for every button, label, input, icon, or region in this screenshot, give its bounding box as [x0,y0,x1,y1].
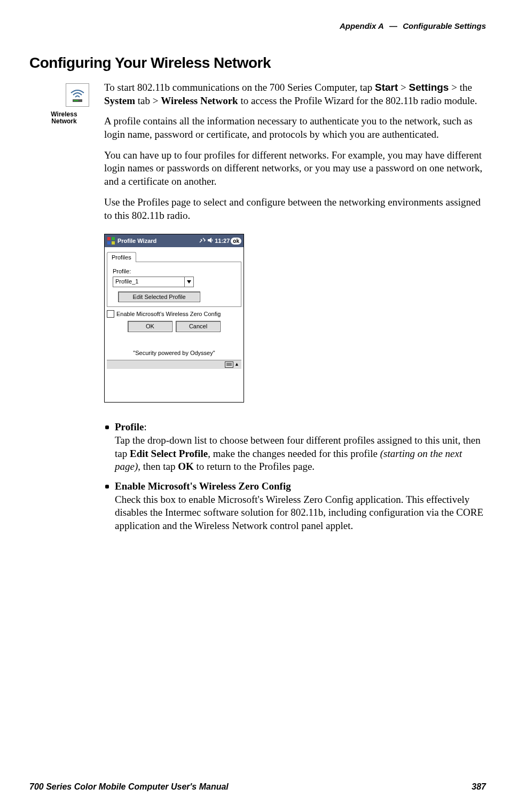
bullet-profile-colon: : [144,421,147,432]
p1-system: System [104,95,135,106]
manual-title: 700 Series Color Mobile Computer User's … [29,782,229,792]
bullet-zero-config-title: Enable Microsoft's Wireless Zero Config [115,480,291,492]
p1-text-d: tab > [135,95,161,106]
profiles-tab-content: Profile: Profile_1 Edit Selected Profile [107,262,241,307]
intro-paragraph-3: You can have up to four profiles for dif… [104,149,486,188]
profile-wizard-screenshot: Profile Wizard 11:27 ok Profile [104,234,244,403]
svg-point-3 [77,100,78,101]
header-separator: — [389,21,397,30]
svg-point-2 [75,100,76,101]
intro-paragraph-4: Use the Profiles page to select and conf… [104,196,486,222]
appendix-label: Appendix A [340,21,384,30]
zero-config-checkbox[interactable] [107,310,114,318]
wireless-network-icon-label: Wireless Network [51,111,77,125]
bullet-list: Profile: Tap the drop-down list to choos… [104,421,486,533]
p1-wireless-network: Wireless Network [161,95,238,106]
ok-button[interactable]: OK [128,321,172,332]
bullet-profile-text-c: , then tap [138,461,178,472]
svg-rect-7 [112,241,115,245]
keyboard-icon[interactable] [225,361,233,368]
titlebar-tray: 11:27 ok [199,237,241,245]
bullet-profile-text-d: to return to the Profiles page. [194,461,315,472]
intro-paragraph-1: To start 802.11b communications on the 7… [104,81,486,107]
bullet-profile-text-b: , make the changes needed for this profi… [208,448,380,459]
p1-start: Start [375,82,398,93]
p1-sep1: > [398,82,409,93]
bullet-profile-title: Profile [115,421,144,432]
bullet-profile: Profile: Tap the drop-down list to choos… [104,421,486,474]
tab-strip: Profiles [107,251,241,262]
titlebar-clock: 11:27 [215,237,230,245]
window-client-area: Profiles Profile: Profile_1 Edit Selecte… [105,247,244,402]
connectivity-icon [199,237,206,245]
titlebar-ok-button[interactable]: ok [231,238,241,245]
svg-point-1 [74,100,75,101]
svg-rect-4 [107,237,111,240]
profile-dropdown-value: Profile_1 [113,277,184,287]
chevron-down-icon [184,277,193,287]
sip-up-arrow-icon[interactable]: ▲ [234,362,239,367]
p1-settings: Settings [409,82,449,93]
bullet-zero-config-body: Check this box to enable Microsoft's Wir… [115,494,483,531]
speaker-icon [207,237,214,245]
p1-text-c: > the [449,82,472,93]
bullet-profile-ok: OK [178,461,194,472]
zero-config-checkbox-row[interactable]: Enable Microsoft's Wireless Zero Config [107,310,241,318]
sip-taskbar: ▲ [107,360,241,369]
svg-rect-5 [112,237,115,240]
svg-rect-6 [107,241,111,245]
edit-selected-profile-button[interactable]: Edit Selected Profile [118,291,200,302]
window-titlebar: Profile Wizard 11:27 ok [105,234,244,247]
bullet-zero-config: Enable Microsoft's Wireless Zero Config … [104,480,486,533]
profile-dropdown[interactable]: Profile_1 [113,277,194,287]
zero-config-checkbox-label: Enable Microsoft's Wireless Zero Config [116,310,221,318]
window-title: Profile Wizard [117,237,197,245]
margin-icon-column: Wireless Network [29,81,104,125]
p1-text-e: to access the Profile Wizard for the 802… [238,95,477,106]
profile-field-label: Profile: [113,267,236,275]
intro-paragraph-2: A profile contains all the information n… [104,115,486,141]
security-footer-note: "Security powered by Odyssey" [107,349,241,357]
section-heading: Configuring Your Wireless Network [29,54,486,72]
p1-text-a: To start 802.11b communications on the 7… [104,82,375,93]
header-title: Configurable Settings [403,21,486,30]
wireless-network-icon [66,83,89,107]
window-start-icon [107,236,115,245]
dialog-button-row: OK Cancel [107,321,241,332]
page-number: 387 [472,782,486,792]
bullet-profile-edit: Edit Select Profile [130,448,208,459]
cancel-button[interactable]: Cancel [176,321,221,332]
page-footer: 700 Series Color Mobile Computer User's … [29,782,486,792]
running-header: Appendix A — Configurable Settings [29,21,486,30]
tab-profiles[interactable]: Profiles [107,252,136,262]
